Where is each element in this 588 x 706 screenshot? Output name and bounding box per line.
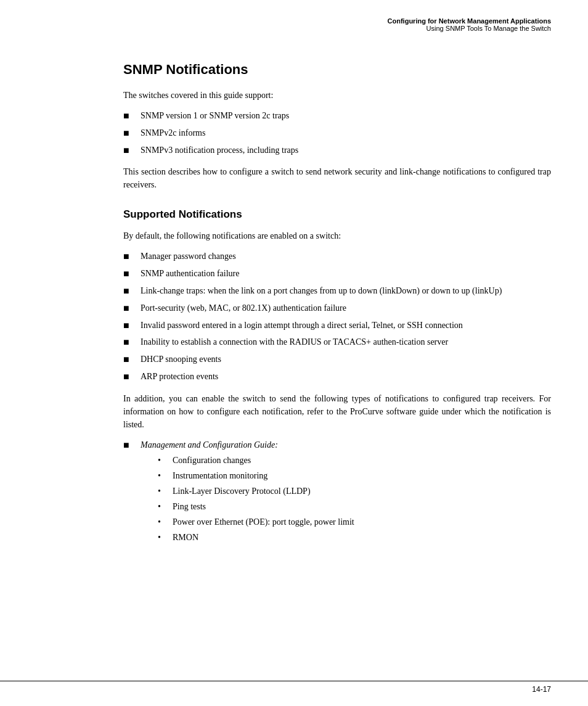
list-item: • Power over Ethernet (POE): port toggle…	[158, 515, 551, 528]
sub-bullet-icon: •	[158, 531, 169, 544]
list-item: ■ SNMPv3 notification process, including…	[123, 144, 551, 157]
bullet-icon: ■	[123, 302, 137, 315]
sub-bullet-text: RMON	[173, 531, 551, 544]
bullet-text: Invalid password entered in a login atte…	[141, 319, 551, 332]
list-item: ■ SNMPv2c informs	[123, 126, 551, 140]
bullet-icon: ■	[123, 250, 137, 263]
bullet-text: Link-change traps: when the link on a po…	[141, 284, 551, 297]
intro-bullet-list: ■ SNMP version 1 or SNMP version 2c trap…	[123, 109, 551, 157]
page-title: SNMP Notifications	[123, 62, 551, 78]
list-item: • Link-Layer Discovery Protocol (LLDP)	[158, 485, 551, 498]
page-container: Configuring for Network Management Appli…	[0, 0, 588, 706]
list-item: ■ ARP protection events	[123, 370, 551, 384]
list-item: ■ Port-security (web, MAC, or 802.1X) au…	[123, 302, 551, 315]
bullet-text: SNMPv3 notification process, including t…	[141, 144, 551, 157]
bullet-icon: ■	[123, 336, 137, 349]
main-content: SNMP Notifications The switches covered …	[0, 37, 588, 592]
list-item: ■ SNMP version 1 or SNMP version 2c trap…	[123, 109, 551, 123]
bullet-icon: ■	[123, 371, 137, 384]
bullet-icon: ■	[123, 268, 137, 281]
bullet-icon: ■	[123, 127, 137, 140]
sub-bullet-text: Ping tests	[173, 500, 551, 513]
bullet-icon: ■	[123, 439, 137, 452]
bullet-text: ARP protection events	[141, 370, 551, 383]
description-paragraph: This section describes how to configure …	[123, 165, 551, 191]
list-item: ■ Management and Configuration Guide: • …	[123, 438, 551, 546]
list-item: ■ Link-change traps: when the link on a …	[123, 284, 551, 298]
bullet-text: Port-security (web, MAC, or 802.1X) auth…	[141, 302, 551, 314]
list-item: • Ping tests	[158, 500, 551, 513]
header-title: Configuring for Network Management Appli…	[37, 17, 551, 25]
bullet-icon: ■	[123, 144, 137, 157]
supported-intro: By default, the following notifications …	[123, 229, 551, 242]
page-number: 14-17	[532, 685, 551, 694]
list-item: ■ DHCP snooping events	[123, 353, 551, 366]
italic-label: Management and Configuration Guide:	[141, 440, 278, 449]
bullet-icon: ■	[123, 285, 137, 298]
section-title: Supported Notifications	[123, 208, 551, 221]
bullet-icon: ■	[123, 353, 137, 366]
list-item: • Instrumentation monitoring	[158, 469, 551, 482]
addition-paragraph: In addition, you can enable the switch t…	[123, 392, 551, 431]
sub-bullet-icon: •	[158, 500, 169, 513]
intro-paragraph: The switches covered in this guide suppo…	[123, 89, 551, 102]
bullet-icon: ■	[123, 110, 137, 123]
bullet-text: SNMPv2c informs	[141, 126, 551, 139]
sub-bullet-icon: •	[158, 454, 169, 467]
sub-bullet-icon: •	[158, 515, 169, 528]
list-item: ■ Manager password changes	[123, 250, 551, 263]
page-header: Configuring for Network Management Appli…	[0, 0, 588, 37]
list-item: • Configuration changes	[158, 454, 551, 467]
sub-bullet-text: Link-Layer Discovery Protocol (LLDP)	[173, 485, 551, 498]
bullet-text: SNMP authentication failure	[141, 267, 551, 280]
guide-item-label: Management and Configuration Guide: • Co…	[141, 438, 551, 546]
sub-bullet-text: Power over Ethernet (POE): port toggle, …	[173, 515, 551, 528]
list-item: ■ Inability to establish a connection wi…	[123, 335, 551, 349]
supported-bullet-list: ■ Manager password changes ■ SNMP authen…	[123, 250, 551, 383]
sub-bullet-icon: •	[158, 469, 169, 482]
list-item: • RMON	[158, 531, 551, 544]
bullet-text: Inability to establish a connection with…	[141, 335, 551, 348]
sub-bullet-icon: •	[158, 485, 169, 498]
page-footer: 14-17	[0, 681, 588, 694]
sub-bullet-text: Instrumentation monitoring	[173, 469, 551, 482]
list-item: ■ SNMP authentication failure	[123, 267, 551, 281]
guide-bullet-list: ■ Management and Configuration Guide: • …	[123, 438, 551, 546]
bullet-text: Manager password changes	[141, 250, 551, 263]
sub-bullet-list: • Configuration changes • Instrumentatio…	[158, 454, 551, 544]
sub-bullet-text: Configuration changes	[173, 454, 551, 467]
bullet-icon: ■	[123, 319, 137, 332]
list-item: ■ Invalid password entered in a login at…	[123, 319, 551, 332]
bullet-text: DHCP snooping events	[141, 353, 551, 366]
header-subtitle: Using SNMP Tools To Manage the Switch	[37, 25, 551, 32]
bullet-text: SNMP version 1 or SNMP version 2c traps	[141, 109, 551, 122]
